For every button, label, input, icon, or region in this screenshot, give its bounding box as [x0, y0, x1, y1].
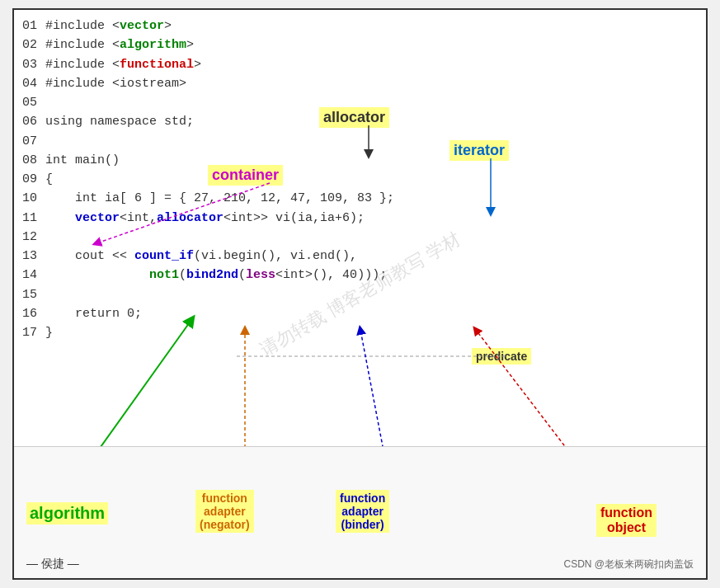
main-container: 01 #include <vector> 02 #include <algori… — [12, 8, 708, 580]
svg-line-6 — [360, 330, 385, 446]
code-line-07: 07 — [22, 132, 698, 151]
code-line-16: 16 return 0; — [22, 304, 698, 323]
code-line-13: 13 cout << count_if(vi.begin(), vi.end()… — [22, 247, 698, 266]
code-line-04: 04 #include <iostream> — [22, 74, 698, 93]
footer-csdn: CSDN @老板来两碗扣肉盖饭 — [563, 557, 694, 572]
func-adapter-neg-sub2: (negator) — [200, 518, 250, 531]
annotation-func-adapter-negator: function adapter (negator) — [195, 490, 254, 533]
func-adapter-neg-sub1: adapter — [204, 505, 246, 518]
bottom-area: algorithm function adapter (negator) fun… — [14, 446, 706, 578]
code-line-14: 14 not1(bind2nd(less<int>(), 40))); — [22, 266, 698, 285]
annotation-func-object: function object — [596, 504, 656, 537]
code-line-12: 12 — [22, 228, 698, 247]
code-line-10: 10 int ia[ 6 ] = { 27, 210, 12, 47, 109,… — [22, 189, 698, 208]
code-line-08: 08 int main() — [22, 151, 698, 170]
code-line-11: 11 vector<int,allocator<int>> vi(ia,ia+6… — [22, 209, 698, 228]
annotation-func-adapter-binder: function adapter (binder) — [336, 490, 389, 533]
func-adapter-bind-sub2: (binder) — [341, 518, 384, 531]
code-line-03: 03 #include <functional> — [22, 55, 698, 74]
code-line-15: 15 — [22, 285, 698, 304]
annotation-allocator: allocator — [319, 107, 389, 128]
annotation-container: container — [208, 165, 283, 186]
annotation-iterator: iterator — [449, 140, 509, 161]
func-obj-title: function — [600, 506, 652, 520]
code-line-02: 02 #include <algorithm> — [22, 35, 698, 54]
code-line-17: 17 } — [22, 323, 698, 342]
footer-author: — 侯捷 — — [26, 557, 79, 572]
func-adapter-neg-title: function — [202, 492, 247, 505]
annotation-algorithm: algorithm — [26, 502, 108, 524]
code-line-01: 01 #include <vector> — [22, 16, 698, 35]
code-line-09: 09 { — [22, 170, 698, 189]
code-area: 01 #include <vector> 02 #include <algori… — [14, 10, 706, 446]
func-obj-sub: object — [607, 520, 646, 534]
annotation-predicate: predicate — [472, 348, 531, 365]
func-adapter-bind-title: function — [340, 492, 385, 505]
func-adapter-bind-sub1: adapter — [341, 505, 384, 518]
